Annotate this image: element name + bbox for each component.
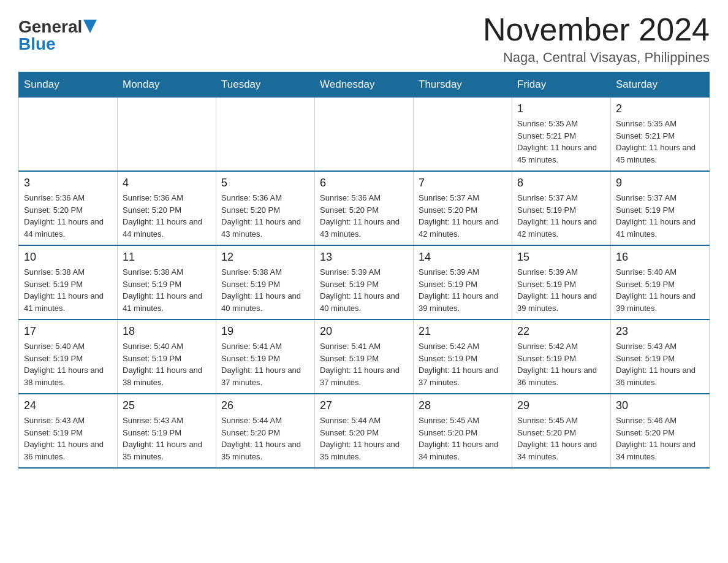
day-info: Sunrise: 5:35 AMSunset: 5:21 PMDaylight:… — [616, 118, 704, 166]
day-info: Sunrise: 5:40 AMSunset: 5:19 PMDaylight:… — [123, 340, 211, 388]
day-number: 20 — [320, 325, 408, 338]
day-info: Sunrise: 5:38 AMSunset: 5:19 PMDaylight:… — [221, 266, 309, 314]
calendar-cell: 17Sunrise: 5:40 AMSunset: 5:19 PMDayligh… — [19, 320, 118, 394]
day-info: Sunrise: 5:44 AMSunset: 5:20 PMDaylight:… — [320, 415, 408, 462]
day-number: 11 — [123, 251, 211, 264]
calendar-day-header: Friday — [512, 72, 611, 98]
page-header: General Blue November 2024 Naga, Central… — [18, 12, 710, 66]
day-number: 6 — [320, 177, 408, 190]
calendar-cell — [216, 98, 315, 172]
day-info: Sunrise: 5:37 AMSunset: 5:19 PMDaylight:… — [517, 192, 605, 240]
day-info: Sunrise: 5:36 AMSunset: 5:20 PMDaylight:… — [24, 192, 112, 240]
calendar-week-row: 1Sunrise: 5:35 AMSunset: 5:21 PMDaylight… — [19, 98, 710, 172]
day-info: Sunrise: 5:42 AMSunset: 5:19 PMDaylight:… — [419, 340, 507, 388]
day-number: 8 — [517, 177, 605, 190]
day-info: Sunrise: 5:40 AMSunset: 5:19 PMDaylight:… — [24, 340, 112, 388]
day-info: Sunrise: 5:37 AMSunset: 5:19 PMDaylight:… — [616, 192, 704, 240]
day-number: 27 — [320, 399, 408, 412]
calendar-cell — [118, 98, 216, 172]
day-number: 1 — [517, 102, 605, 115]
calendar-cell: 9Sunrise: 5:37 AMSunset: 5:19 PMDaylight… — [611, 171, 710, 245]
day-number: 29 — [517, 399, 605, 412]
calendar-day-header: Wednesday — [315, 72, 414, 98]
calendar-day-header: Sunday — [19, 72, 118, 98]
day-number: 14 — [419, 251, 507, 264]
day-number: 21 — [419, 325, 507, 338]
day-number: 30 — [616, 399, 704, 412]
day-number: 10 — [24, 251, 112, 264]
day-number: 7 — [419, 177, 507, 190]
calendar-week-row: 24Sunrise: 5:43 AMSunset: 5:19 PMDayligh… — [19, 394, 710, 468]
day-number: 9 — [616, 177, 704, 190]
calendar-cell: 30Sunrise: 5:46 AMSunset: 5:20 PMDayligh… — [611, 394, 710, 468]
calendar-cell: 16Sunrise: 5:40 AMSunset: 5:19 PMDayligh… — [611, 245, 710, 320]
day-number: 3 — [24, 177, 112, 190]
calendar-cell: 29Sunrise: 5:45 AMSunset: 5:20 PMDayligh… — [512, 394, 611, 468]
calendar-cell: 7Sunrise: 5:37 AMSunset: 5:20 PMDaylight… — [414, 171, 512, 245]
calendar-cell: 18Sunrise: 5:40 AMSunset: 5:19 PMDayligh… — [118, 320, 216, 394]
day-info: Sunrise: 5:36 AMSunset: 5:20 PMDaylight:… — [320, 192, 408, 240]
day-info: Sunrise: 5:43 AMSunset: 5:19 PMDaylight:… — [24, 415, 112, 462]
day-info: Sunrise: 5:35 AMSunset: 5:21 PMDaylight:… — [517, 118, 605, 166]
calendar-cell: 25Sunrise: 5:43 AMSunset: 5:19 PMDayligh… — [118, 394, 216, 468]
logo: General Blue — [18, 12, 97, 53]
day-info: Sunrise: 5:39 AMSunset: 5:19 PMDaylight:… — [320, 266, 408, 314]
day-info: Sunrise: 5:39 AMSunset: 5:19 PMDaylight:… — [419, 266, 507, 314]
day-number: 15 — [517, 251, 605, 264]
calendar-cell: 13Sunrise: 5:39 AMSunset: 5:19 PMDayligh… — [315, 245, 414, 320]
calendar-day-header: Thursday — [414, 72, 512, 98]
calendar-cell: 1Sunrise: 5:35 AMSunset: 5:21 PMDaylight… — [512, 98, 611, 172]
calendar-cell: 8Sunrise: 5:37 AMSunset: 5:19 PMDaylight… — [512, 171, 611, 245]
day-number: 2 — [616, 102, 704, 115]
calendar-day-header: Monday — [118, 72, 216, 98]
calendar-cell — [19, 98, 118, 172]
day-number: 5 — [221, 177, 309, 190]
day-info: Sunrise: 5:40 AMSunset: 5:19 PMDaylight:… — [616, 266, 704, 314]
calendar-cell: 14Sunrise: 5:39 AMSunset: 5:19 PMDayligh… — [414, 245, 512, 320]
day-info: Sunrise: 5:45 AMSunset: 5:20 PMDaylight:… — [419, 415, 507, 462]
calendar-cell: 3Sunrise: 5:36 AMSunset: 5:20 PMDaylight… — [19, 171, 118, 245]
calendar-cell: 11Sunrise: 5:38 AMSunset: 5:19 PMDayligh… — [118, 245, 216, 320]
calendar-week-row: 17Sunrise: 5:40 AMSunset: 5:19 PMDayligh… — [19, 320, 710, 394]
calendar-cell: 26Sunrise: 5:44 AMSunset: 5:20 PMDayligh… — [216, 394, 315, 468]
calendar-cell: 6Sunrise: 5:36 AMSunset: 5:20 PMDaylight… — [315, 171, 414, 245]
day-info: Sunrise: 5:37 AMSunset: 5:20 PMDaylight:… — [419, 192, 507, 240]
calendar-cell: 28Sunrise: 5:45 AMSunset: 5:20 PMDayligh… — [414, 394, 512, 468]
day-info: Sunrise: 5:41 AMSunset: 5:19 PMDaylight:… — [221, 340, 309, 388]
calendar-table: SundayMondayTuesdayWednesdayThursdayFrid… — [18, 72, 710, 469]
calendar-cell: 10Sunrise: 5:38 AMSunset: 5:19 PMDayligh… — [19, 245, 118, 320]
calendar-cell: 22Sunrise: 5:42 AMSunset: 5:19 PMDayligh… — [512, 320, 611, 394]
day-info: Sunrise: 5:39 AMSunset: 5:19 PMDaylight:… — [517, 266, 605, 314]
day-number: 24 — [24, 399, 112, 412]
day-number: 22 — [517, 325, 605, 338]
day-info: Sunrise: 5:44 AMSunset: 5:20 PMDaylight:… — [221, 415, 309, 462]
calendar-week-row: 10Sunrise: 5:38 AMSunset: 5:19 PMDayligh… — [19, 245, 710, 320]
calendar-cell — [414, 98, 512, 172]
day-number: 4 — [123, 177, 211, 190]
day-number: 19 — [221, 325, 309, 338]
day-number: 23 — [616, 325, 704, 338]
day-number: 25 — [123, 399, 211, 412]
calendar-cell: 21Sunrise: 5:42 AMSunset: 5:19 PMDayligh… — [414, 320, 512, 394]
day-number: 28 — [419, 399, 507, 412]
day-info: Sunrise: 5:38 AMSunset: 5:19 PMDaylight:… — [24, 266, 112, 314]
calendar-cell: 20Sunrise: 5:41 AMSunset: 5:19 PMDayligh… — [315, 320, 414, 394]
calendar-cell: 2Sunrise: 5:35 AMSunset: 5:21 PMDaylight… — [611, 98, 710, 172]
day-info: Sunrise: 5:46 AMSunset: 5:20 PMDaylight:… — [616, 415, 704, 462]
day-number: 16 — [616, 251, 704, 264]
day-info: Sunrise: 5:45 AMSunset: 5:20 PMDaylight:… — [517, 415, 605, 462]
svg-marker-0 — [83, 20, 97, 33]
day-info: Sunrise: 5:36 AMSunset: 5:20 PMDaylight:… — [221, 192, 309, 240]
day-info: Sunrise: 5:42 AMSunset: 5:19 PMDaylight:… — [517, 340, 605, 388]
calendar-cell: 27Sunrise: 5:44 AMSunset: 5:20 PMDayligh… — [315, 394, 414, 468]
logo-general-text: General — [18, 18, 82, 36]
day-number: 13 — [320, 251, 408, 264]
day-number: 17 — [24, 325, 112, 338]
logo-blue-text: Blue — [18, 36, 56, 53]
calendar-cell: 24Sunrise: 5:43 AMSunset: 5:19 PMDayligh… — [19, 394, 118, 468]
calendar-cell — [315, 98, 414, 172]
calendar-week-row: 3Sunrise: 5:36 AMSunset: 5:20 PMDaylight… — [19, 171, 710, 245]
day-number: 26 — [221, 399, 309, 412]
calendar-header-row: SundayMondayTuesdayWednesdayThursdayFrid… — [19, 72, 710, 98]
day-info: Sunrise: 5:43 AMSunset: 5:19 PMDaylight:… — [123, 415, 211, 462]
